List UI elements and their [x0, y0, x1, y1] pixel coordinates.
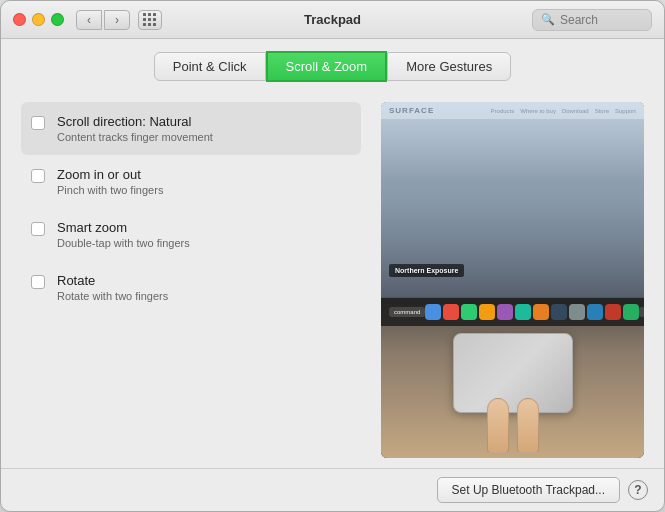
option-subtitle-rotate: Rotate with two fingers — [57, 290, 168, 302]
bottom-bar: Set Up Bluetooth Trackpad... ? — [1, 468, 664, 511]
dock-icons — [425, 304, 639, 320]
dock-icon-1 — [425, 304, 441, 320]
dock-icon-9 — [569, 304, 585, 320]
hands-area — [463, 398, 563, 458]
search-input[interactable] — [560, 13, 640, 27]
option-rotate[interactable]: Rotate Rotate with two fingers — [21, 261, 361, 314]
titlebar: ‹ › Trackpad 🔍 — [1, 1, 664, 39]
command-key-right: command — [639, 307, 644, 317]
option-title-zoom-in-out: Zoom in or out — [57, 167, 163, 182]
dock-right-section: command option — [639, 307, 644, 317]
dock-bar: command — [381, 298, 644, 326]
checkbox-zoom-in-out[interactable] — [31, 169, 45, 183]
search-icon: 🔍 — [541, 13, 555, 26]
maximize-button[interactable] — [51, 13, 64, 26]
tab-point-click[interactable]: Point & Click — [154, 52, 266, 81]
option-smart-zoom[interactable]: Smart zoom Double-tap with two fingers — [21, 208, 361, 261]
finger-right — [517, 398, 539, 453]
traffic-lights — [13, 13, 64, 26]
command-key-left: command — [389, 307, 425, 317]
tabs-bar: Point & Click Scroll & Zoom More Gesture… — [1, 39, 664, 92]
search-bar[interactable]: 🔍 — [532, 9, 652, 31]
checkbox-scroll-direction[interactable] — [31, 116, 45, 130]
grid-button[interactable] — [138, 10, 162, 30]
option-zoom-in-out[interactable]: Zoom in or out Pinch with two fingers — [21, 155, 361, 208]
help-button[interactable]: ? — [628, 480, 648, 500]
dock-icon-5 — [497, 304, 513, 320]
finger-left — [487, 398, 509, 453]
main-window: ‹ › Trackpad 🔍 Point & Click Scroll & Zo… — [0, 0, 665, 512]
option-title-scroll-direction: Scroll direction: Natural — [57, 114, 213, 129]
window-title: Trackpad — [304, 12, 361, 27]
content-area: Scroll direction: Natural Content tracks… — [1, 92, 664, 468]
preview-image: SURFACE Products Where to buy Download S… — [381, 102, 644, 458]
dock-icon-3 — [461, 304, 477, 320]
option-title-smart-zoom: Smart zoom — [57, 220, 190, 235]
dock-icon-2 — [443, 304, 459, 320]
website-mockup: SURFACE Products Where to buy Download S… — [381, 102, 644, 298]
option-scroll-direction[interactable]: Scroll direction: Natural Content tracks… — [21, 102, 361, 155]
grid-icon — [143, 13, 157, 27]
bluetooth-button[interactable]: Set Up Bluetooth Trackpad... — [437, 477, 620, 503]
option-subtitle-zoom-in-out: Pinch with two fingers — [57, 184, 163, 196]
dock-icon-7 — [533, 304, 549, 320]
website-badge: Northern Exposure — [389, 264, 464, 277]
tab-scroll-zoom[interactable]: Scroll & Zoom — [266, 51, 388, 82]
option-subtitle-scroll-direction: Content tracks finger movement — [57, 131, 213, 143]
minimize-button[interactable] — [32, 13, 45, 26]
checkbox-rotate[interactable] — [31, 275, 45, 289]
tab-more-gestures[interactable]: More Gestures — [387, 52, 511, 81]
dock-left-section: command — [389, 307, 425, 317]
dock-icon-8 — [551, 304, 567, 320]
back-button[interactable]: ‹ — [76, 10, 102, 30]
nav-buttons: ‹ › — [76, 10, 130, 30]
checkbox-smart-zoom[interactable] — [31, 222, 45, 236]
option-title-rotate: Rotate — [57, 273, 168, 288]
dock-icon-10 — [587, 304, 603, 320]
close-button[interactable] — [13, 13, 26, 26]
dock-icon-12 — [623, 304, 639, 320]
forward-button[interactable]: › — [104, 10, 130, 30]
dock-icon-4 — [479, 304, 495, 320]
website-content: Northern Exposure — [389, 264, 464, 277]
dock-icon-6 — [515, 304, 531, 320]
left-panel: Scroll direction: Natural Content tracks… — [21, 102, 361, 458]
dock-icon-11 — [605, 304, 621, 320]
option-subtitle-smart-zoom: Double-tap with two fingers — [57, 237, 190, 249]
preview-panel: SURFACE Products Where to buy Download S… — [381, 102, 644, 458]
